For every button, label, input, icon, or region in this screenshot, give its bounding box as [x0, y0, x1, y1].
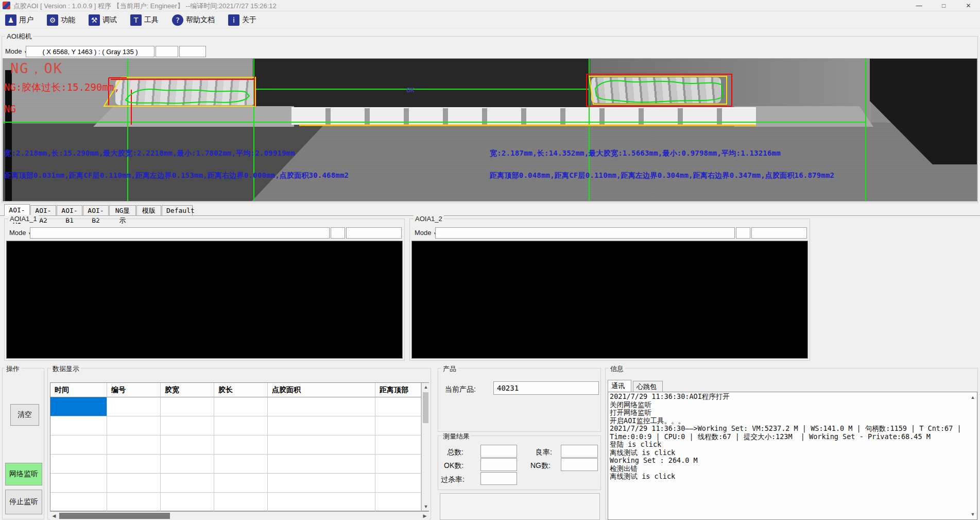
table-cell[interactable]	[50, 474, 107, 493]
tab-aoi-a1[interactable]: AOI-A1	[4, 204, 30, 216]
log-scroll-up-icon[interactable]: ▲	[969, 393, 977, 401]
ng-count-field[interactable]	[561, 458, 598, 471]
tab-aoi-b2[interactable]: AOI-B2	[83, 205, 109, 215]
table-cell[interactable]	[50, 493, 107, 512]
column-header-id[interactable]: 编号	[107, 383, 161, 397]
scrollbar-thumb[interactable]	[423, 392, 428, 423]
table-cell[interactable]	[375, 435, 421, 455]
network-listen-button[interactable]: 网络监听	[5, 463, 42, 485]
scroll-left-icon[interactable]: ◀	[50, 512, 58, 520]
tab-aoi-a2[interactable]: AOI-A2	[30, 205, 56, 215]
tab-comm[interactable]: 通讯	[608, 380, 631, 392]
table-cell[interactable]	[268, 455, 375, 474]
toolbar-item-debug[interactable]: ⚒ 调试	[89, 14, 117, 26]
maximize-button[interactable]: □	[932, 0, 955, 11]
toolbar-label: 功能	[61, 15, 75, 25]
table-cell[interactable]	[214, 416, 268, 435]
scroll-down-icon[interactable]: ▼	[422, 502, 430, 511]
table-cell[interactable]	[107, 474, 161, 493]
table-cell[interactable]	[268, 435, 375, 455]
scroll-right-icon[interactable]: ▶	[421, 512, 429, 520]
table-cell[interactable]	[214, 493, 268, 512]
table-cell[interactable]	[161, 474, 214, 493]
table-cell[interactable]	[107, 416, 161, 435]
minimize-button[interactable]: —	[907, 0, 931, 11]
panel1-image	[6, 241, 403, 359]
column-header-glue-width[interactable]: 胶宽	[161, 383, 214, 397]
table-cell[interactable]	[214, 435, 268, 455]
total-value-field[interactable]	[480, 445, 517, 458]
table-cell[interactable]	[50, 455, 107, 474]
panel2-field-small[interactable]	[736, 227, 750, 239]
column-header-glue-area[interactable]: 点胶面积	[268, 383, 375, 397]
gear-icon: ⚙	[47, 14, 58, 26]
table-cell[interactable]	[375, 455, 421, 474]
panel1-field-small[interactable]	[331, 227, 345, 239]
scroll-up-icon[interactable]: ▲	[422, 383, 430, 391]
tab-ng-display[interactable]: NG显示	[109, 205, 136, 215]
tab-default[interactable]: Default	[162, 205, 193, 215]
camera-field-extra[interactable]	[179, 46, 206, 57]
close-button[interactable]: ✕	[957, 0, 980, 11]
table-cell[interactable]	[107, 397, 161, 416]
panel1-field-2[interactable]	[346, 227, 402, 239]
current-product-input[interactable]: 40231	[493, 381, 599, 395]
panel1-mode-dropdown[interactable]: Mode ▼	[9, 229, 32, 237]
table-cell[interactable]	[375, 397, 421, 416]
panel2-mode-dropdown[interactable]: Mode ▼	[415, 229, 437, 237]
toolbar-item-about[interactable]: i 关于	[228, 14, 256, 26]
camera-image[interactable]: NG，OK NG:胶体过长:15.290mm, NG OK 宽:2.218mm,…	[3, 58, 977, 202]
table-cell[interactable]	[268, 474, 375, 493]
toolbar-item-help[interactable]: ? 帮助文档	[172, 14, 215, 26]
table-horizontal-scrollbar[interactable]: ◀ ▶	[50, 511, 429, 519]
column-header-distance-top[interactable]: 距离顶部	[375, 383, 421, 397]
app-window: 点胶AOI [ Version : 1.0.0.9 ] 程序 【当前用户: En…	[0, 0, 980, 520]
table-cell[interactable]	[107, 455, 161, 474]
panel2-field-1[interactable]	[435, 227, 735, 239]
yield-value-field[interactable]	[561, 445, 598, 458]
table-cell[interactable]	[214, 397, 268, 416]
toolbar-item-tools[interactable]: T 工具	[130, 14, 159, 26]
panel1-field-1[interactable]	[30, 227, 330, 239]
log-scroll-down-icon[interactable]: ▼	[969, 510, 977, 518]
table-cell[interactable]	[214, 474, 268, 493]
table-cell[interactable]	[161, 493, 214, 512]
ok-count-field[interactable]	[480, 458, 517, 471]
clear-button[interactable]: 清空	[10, 404, 39, 426]
camera-coords-field[interactable]: ( X 6568, Y 1463 ) : ( Gray 135 )	[26, 46, 154, 57]
tab-heartbeat[interactable]: 心跳包	[633, 381, 663, 392]
table-cell[interactable]	[268, 493, 375, 512]
column-header-glue-length[interactable]: 胶长	[214, 383, 268, 397]
toolbar-item-function[interactable]: ⚙ 功能	[47, 14, 75, 26]
panel2-field-2[interactable]	[751, 227, 807, 239]
camera-mode-dropdown[interactable]: Mode ▼	[5, 47, 28, 55]
camera-field-small[interactable]	[156, 46, 178, 57]
table-cell-selected[interactable]	[50, 397, 107, 416]
table-cell[interactable]	[50, 435, 107, 455]
table-cell[interactable]	[161, 455, 214, 474]
table-cell[interactable]	[375, 416, 421, 435]
scrollbar-thumb[interactable]	[59, 513, 170, 519]
table-cell[interactable]	[375, 474, 421, 493]
toolbar-item-user[interactable]: ♟ 用户	[5, 14, 33, 26]
table-cell[interactable]	[107, 435, 161, 455]
tools-icon: T	[130, 14, 142, 26]
table-cell[interactable]	[214, 455, 268, 474]
table-cell[interactable]	[107, 493, 161, 512]
overkill-field[interactable]	[480, 472, 517, 485]
mode-label: Mode	[5, 47, 22, 55]
column-header-time[interactable]: 时间	[50, 383, 107, 397]
table-cell[interactable]	[161, 435, 214, 455]
table-cell[interactable]	[161, 416, 214, 435]
tab-aoi-b1[interactable]: AOI-B1	[57, 205, 82, 215]
toolbar: ♟ 用户 ⚙ 功能 ⚒ 调试 T 工具 ? 帮助文档 i 关于	[0, 12, 980, 28]
table-vertical-scrollbar[interactable]: ▲ ▼	[421, 383, 429, 511]
comm-log[interactable]: 2021/7/29 11:36:30:AOI程序打开 关闭网络监听 打开网络监听…	[608, 392, 977, 520]
table-cell[interactable]	[50, 416, 107, 435]
table-cell[interactable]	[161, 397, 214, 416]
tab-template[interactable]: 模版	[136, 205, 161, 215]
table-cell[interactable]	[375, 493, 421, 512]
stop-listen-button[interactable]: 停止监听	[5, 490, 42, 514]
table-cell[interactable]	[268, 397, 375, 416]
table-cell[interactable]	[268, 416, 375, 435]
